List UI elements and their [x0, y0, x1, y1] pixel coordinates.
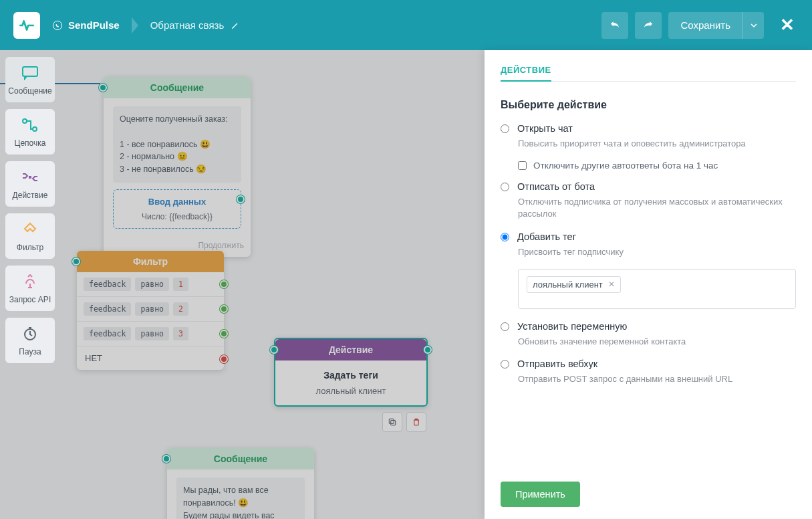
message-text: Оцените полученный заказ: 1 - все понрав… [113, 106, 241, 183]
filter-field: feedback [84, 327, 131, 340]
node-title: Действие [275, 339, 426, 360]
filter-val: 1 [173, 278, 188, 291]
sidebar-item-action[interactable]: Действие [5, 161, 55, 207]
node-title: Сообщение [104, 77, 251, 98]
input-port[interactable] [162, 455, 170, 463]
radio-webhook[interactable] [501, 360, 509, 369]
apply-button[interactable]: Применить [501, 482, 580, 507]
output-port[interactable] [220, 280, 228, 288]
node-filter[interactable]: Фильтр feedback равно 1 feedback равно 2… [77, 251, 224, 370]
filter-else: НЕТ [77, 346, 224, 370]
output-port[interactable] [424, 346, 432, 354]
option-add-tag[interactable]: Добавить тег [501, 231, 796, 242]
filter-condition-3: feedback равно 3 [77, 322, 224, 346]
sidebar-item-api[interactable]: Запрос API [5, 266, 55, 311]
input-port[interactable] [99, 84, 107, 92]
delete-button[interactable] [406, 412, 426, 432]
sidebar-label: Фильтр [17, 243, 43, 252]
output-port[interactable] [220, 355, 228, 363]
svg-point-5 [33, 127, 37, 131]
radio-add-tag[interactable] [501, 233, 509, 241]
filter-condition-2: feedback равно 2 [77, 297, 224, 322]
action-panel: ДЕЙСТВИЕ Выберите действие Открыть чат П… [485, 50, 812, 519]
node-message-2[interactable]: Сообщение Мы рады, что вам все понравило… [167, 448, 314, 519]
logo[interactable] [13, 12, 40, 39]
checkbox-disable-autoreply[interactable] [518, 161, 527, 170]
breadcrumb-separator [132, 17, 138, 33]
header: SendPulse Обратная связь Сохранить ✕ [0, 0, 812, 50]
redo-button[interactable] [635, 12, 662, 39]
node-action[interactable]: Действие Задать теги лояльный клиент [274, 338, 428, 407]
filter-no-label: НЕТ [85, 353, 102, 363]
whatsapp-icon [52, 20, 63, 31]
tag-input-box[interactable]: лояльный клиент ✕ [518, 269, 796, 309]
sidebar-item-message[interactable]: Сообщение [5, 57, 55, 102]
header-actions: Сохранить ✕ [601, 12, 799, 39]
input-title: Ввод данных [120, 195, 234, 209]
output-port[interactable] [237, 195, 245, 203]
svg-rect-1 [391, 421, 396, 425]
flow-name-text: Обратная связь [150, 19, 225, 31]
svg-rect-2 [389, 419, 394, 423]
option-description: Присвоить тег подписчику [518, 246, 796, 258]
svg-rect-3 [23, 67, 37, 76]
tag-text: лояльный клиент [533, 280, 603, 290]
radio-set-variable[interactable] [501, 322, 509, 331]
brand-text: SendPulse [68, 19, 120, 31]
input-port[interactable] [270, 346, 278, 354]
option-unsubscribe[interactable]: Отписать от бота [501, 181, 796, 192]
flow-name[interactable]: Обратная связь [150, 19, 241, 31]
filter-op: равно [135, 327, 169, 340]
data-input-block: Ввод данных Число: {{feedback}} [113, 189, 241, 229]
radio-open-chat[interactable] [501, 124, 509, 133]
panel-tab[interactable]: ДЕЙСТВИЕ [501, 65, 551, 82]
save-button[interactable]: Сохранить [668, 12, 742, 39]
panel-title: Выберите действие [501, 99, 796, 111]
sidebar-label: Сообщение [8, 86, 51, 96]
sidebar-item-chain[interactable]: Цепочка [5, 109, 55, 154]
filter-op: равно [135, 302, 169, 316]
filter-op: равно [135, 278, 169, 291]
pencil-icon[interactable] [231, 21, 240, 30]
option-set-variable[interactable]: Установить переменную [501, 321, 796, 332]
filter-field: feedback [84, 302, 131, 316]
message-text: Мы рады, что вам все понравилось! 😃 Буде… [176, 478, 305, 519]
message-icon [21, 64, 39, 82]
sidebar-label: Действие [13, 191, 48, 200]
filter-condition-1: feedback равно 1 [77, 272, 224, 297]
api-icon [21, 272, 39, 291]
sidebar-label: Пауза [19, 347, 41, 356]
chain-icon [21, 116, 39, 134]
option-description: Обновить значение переменной контакта [518, 336, 796, 348]
remove-tag-icon[interactable]: ✕ [608, 280, 615, 289]
svg-point-4 [23, 119, 27, 123]
node-body: Мы рады, что вам все понравилось! 😃 Буде… [167, 470, 314, 519]
output-port[interactable] [220, 330, 228, 338]
svg-rect-6 [29, 176, 31, 179]
brand[interactable]: SendPulse [52, 19, 120, 31]
close-button[interactable]: ✕ [776, 15, 799, 35]
pulse-icon [18, 17, 35, 34]
node-body: Оцените полученный заказ: 1 - все понрав… [104, 98, 251, 237]
sidebar-item-filter[interactable]: Фильтр [5, 213, 55, 259]
input-port[interactable] [72, 257, 80, 266]
node-toolbar [382, 412, 426, 432]
filter-val: 3 [173, 327, 188, 340]
filter-field: feedback [84, 278, 131, 291]
option-open-chat[interactable]: Открыть чат [501, 123, 796, 134]
node-message-1[interactable]: Сообщение Оцените полученный заказ: 1 - … [104, 77, 251, 257]
node-title: Фильтр [77, 251, 224, 272]
filter-val: 2 [173, 302, 188, 316]
undo-button[interactable] [601, 12, 628, 39]
option-webhook[interactable]: Отправить вебхук [501, 358, 796, 369]
radio-label: Добавить тег [517, 231, 576, 242]
sub-checkbox-disable-autoreply[interactable]: Отключить другие автоответы бота на 1 ча… [518, 161, 796, 171]
save-dropdown[interactable] [742, 12, 764, 39]
action-icon [21, 168, 39, 187]
svg-point-0 [53, 21, 61, 29]
option-description: Отключить подписчика от получения массов… [518, 196, 796, 220]
copy-button[interactable] [382, 412, 402, 432]
sidebar-item-pause[interactable]: Пауза [5, 318, 55, 363]
radio-unsubscribe[interactable] [501, 183, 509, 191]
output-port[interactable] [220, 305, 228, 313]
